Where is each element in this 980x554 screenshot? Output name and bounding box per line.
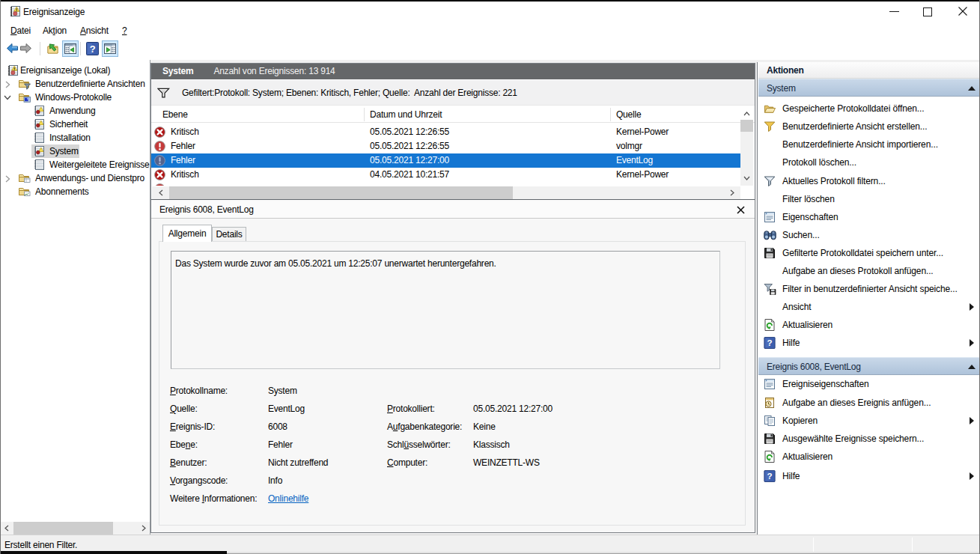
svg-text:?: ? <box>767 338 773 347</box>
svg-text:?: ? <box>767 472 773 481</box>
svg-text:?: ? <box>90 43 96 55</box>
